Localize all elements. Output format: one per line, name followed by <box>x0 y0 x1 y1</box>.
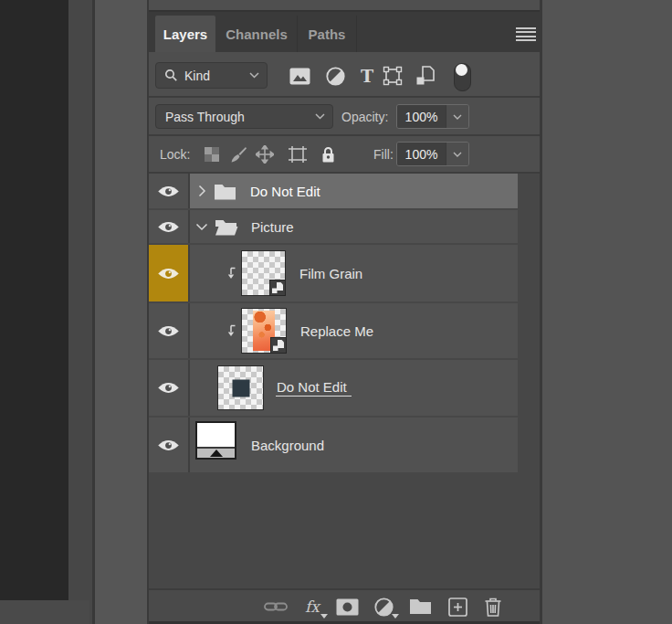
type-glyph: T <box>361 68 373 85</box>
search-icon <box>164 69 178 82</box>
layer-name[interactable]: Film Grain <box>299 266 362 281</box>
smart-object-filter-icon[interactable] <box>414 65 436 87</box>
filter-toggle-switch[interactable] <box>454 63 471 91</box>
lock-transparent-pixels-icon[interactable] <box>202 144 222 164</box>
fill-field[interactable]: 100% <box>396 142 469 166</box>
new-layer-icon[interactable] <box>446 596 469 618</box>
layer-name[interactable]: Do Not Edit <box>276 379 352 397</box>
thumbnail-triangle <box>210 449 223 457</box>
fill-dropdown-button[interactable] <box>446 143 468 165</box>
tab-layers-label: Layers <box>163 26 207 42</box>
tab-paths-label: Paths <box>309 26 346 42</box>
link-layers-icon[interactable] <box>264 596 288 618</box>
visibility-eye-toggle[interactable] <box>149 245 190 301</box>
fx-glyph: fx <box>305 599 320 615</box>
layer-thumbnail-replace-me[interactable] <box>241 308 287 354</box>
clipping-mask-arrow-icon <box>226 324 236 337</box>
visibility-eye-toggle[interactable] <box>149 210 190 243</box>
fx-dropdown-triangle <box>320 614 328 619</box>
layer-thumbnail-do-not-edit[interactable] <box>217 365 264 410</box>
layer-row-do-not-edit[interactable]: Do Not Edit <box>149 360 518 416</box>
blend-mode-dropdown[interactable]: Pass Through <box>155 104 333 129</box>
folder-closed-icon <box>214 183 236 200</box>
tab-channels[interactable]: Channels <box>216 16 298 52</box>
visibility-eye-toggle[interactable] <box>149 418 190 472</box>
left-bottom-block <box>0 600 89 624</box>
kind-filter-dropdown[interactable]: Kind <box>155 62 268 89</box>
layer-thumbnail-background[interactable] <box>195 421 236 460</box>
new-group-folder-icon[interactable] <box>408 596 432 618</box>
lock-label: Lock: <box>160 147 190 162</box>
layer-name[interactable]: Replace Me <box>300 323 373 339</box>
kind-filter-value: Kind <box>184 69 210 83</box>
add-layer-mask-icon[interactable] <box>335 596 359 618</box>
layer-row-film-grain[interactable]: Film Grain <box>149 245 518 301</box>
adjustment-dropdown-triangle <box>392 614 399 619</box>
layer-effects-fx-icon[interactable]: fx <box>300 596 324 618</box>
folder-open-icon <box>215 218 238 236</box>
opacity-field[interactable]: 100% <box>396 104 469 129</box>
clipping-mask-arrow-icon <box>226 267 236 280</box>
lock-all-padlock-icon[interactable] <box>318 144 338 164</box>
delete-layer-trash-icon[interactable] <box>481 596 505 618</box>
chevron-down-icon <box>249 72 259 79</box>
chevron-down-icon <box>315 113 325 120</box>
pixel-layer-filter-icon[interactable] <box>289 65 310 87</box>
panel-tab-bar: Layers Channels Paths <box>149 12 540 52</box>
opacity-label: Opacity: <box>341 110 388 124</box>
tab-layers[interactable]: Layers <box>155 16 215 52</box>
filter-row: Kind T <box>149 52 540 98</box>
opacity-value[interactable]: 100% <box>397 105 446 128</box>
layers-footer-toolbar: fx <box>149 588 540 623</box>
blend-row: Pass Through Opacity: 100% <box>149 98 540 136</box>
visibility-eye-toggle[interactable] <box>149 174 190 208</box>
panel-above-edge <box>149 0 540 12</box>
left-dark-sidebar <box>0 0 68 624</box>
dock-strip-2 <box>95 0 147 624</box>
thumbnail-square-content <box>232 379 249 397</box>
opacity-dropdown-button[interactable] <box>446 105 468 128</box>
tab-paths[interactable]: Paths <box>298 16 357 52</box>
layer-name[interactable]: Picture <box>251 219 294 235</box>
layer-name[interactable]: Background <box>251 438 324 453</box>
layer-row-group-picture[interactable]: Picture <box>149 210 518 243</box>
new-adjustment-layer-icon[interactable] <box>372 596 395 618</box>
layers-list: Do Not Edit <box>149 174 540 588</box>
right-workspace-area <box>542 0 672 624</box>
smart-object-badge-icon <box>270 337 287 354</box>
lock-row: Lock: <box>149 136 540 174</box>
panel-menu-icon[interactable] <box>516 27 536 41</box>
fill-value[interactable]: 100% <box>397 143 446 165</box>
smart-object-badge-icon <box>269 280 286 296</box>
layer-row-replace-me[interactable]: Replace Me <box>149 303 518 358</box>
lock-artboard-nesting-icon[interactable] <box>288 144 308 164</box>
chevron-right-icon[interactable] <box>198 185 206 197</box>
adjustment-layer-filter-icon[interactable] <box>324 65 346 87</box>
fill-label: Fill: <box>373 147 394 162</box>
lock-position-move-icon[interactable] <box>255 144 275 164</box>
type-layer-filter-icon[interactable]: T <box>356 65 378 87</box>
layer-row-background[interactable]: Background <box>149 418 518 472</box>
shape-layer-filter-icon[interactable] <box>382 65 404 87</box>
visibility-eye-toggle[interactable] <box>149 303 190 358</box>
blend-mode-value: Pass Through <box>165 110 245 124</box>
lock-image-pixels-brush-icon[interactable] <box>228 144 248 164</box>
dock-strip-1 <box>68 0 92 624</box>
photoshop-workspace: Layers Channels Paths Kind <box>0 0 672 624</box>
tab-channels-label: Channels <box>226 26 288 42</box>
layer-thumbnail-film-grain[interactable] <box>241 250 286 296</box>
chevron-down-icon[interactable] <box>195 223 208 231</box>
toggle-knob <box>456 64 467 76</box>
layers-panel: Layers Channels Paths Kind <box>147 0 542 624</box>
visibility-eye-toggle[interactable] <box>149 360 190 416</box>
layer-row-group-do-not-edit[interactable]: Do Not Edit <box>149 174 518 208</box>
layer-name[interactable]: Do Not Edit <box>250 184 320 199</box>
